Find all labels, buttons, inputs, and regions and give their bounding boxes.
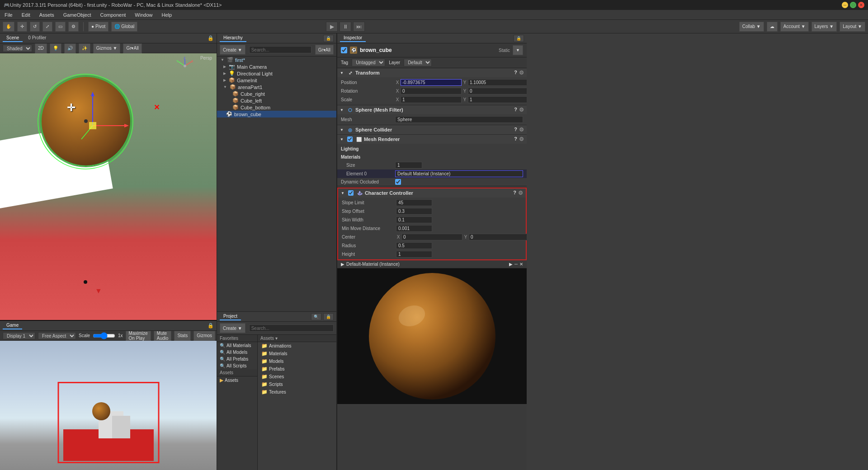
menu-edit[interactable]: Edit xyxy=(20,11,32,19)
position-x-input[interactable] xyxy=(401,79,462,86)
lights-btn[interactable]: 💡 xyxy=(50,43,61,53)
scene-lock-icon[interactable]: 🔒 xyxy=(208,35,214,41)
audio-btn[interactable]: 🔊 xyxy=(64,43,76,53)
proj-folder-scenes[interactable]: 📁 Scenes xyxy=(258,373,336,381)
game-lock-icon[interactable]: 🔒 xyxy=(208,323,214,329)
menu-component[interactable]: Component xyxy=(98,11,127,19)
display-dropdown[interactable]: Display 1 xyxy=(3,332,35,339)
menu-assets[interactable]: Assets xyxy=(38,11,56,19)
object-active-checkbox[interactable] xyxy=(341,47,347,53)
stats-btn[interactable]: Stats xyxy=(174,331,191,341)
hier-item-main-camera[interactable]: ▶ 📷 Main Camera xyxy=(217,63,336,70)
tab-game[interactable]: Game xyxy=(3,322,22,329)
scale-slider[interactable] xyxy=(93,332,115,339)
scale-x-input[interactable] xyxy=(401,96,462,103)
menu-window[interactable]: Window xyxy=(133,11,154,19)
scale-y-input[interactable] xyxy=(468,96,527,103)
mesh-value[interactable]: Sphere xyxy=(395,116,523,123)
tag-dropdown[interactable]: Untagged xyxy=(352,59,385,66)
tab-project[interactable]: Project xyxy=(220,313,241,320)
tab-scene[interactable]: Scene xyxy=(3,34,23,42)
transform-help-icon[interactable]: ? xyxy=(514,70,517,76)
cc-header[interactable]: ▼ 🕹 Character Controller ? ⚙ xyxy=(338,188,526,197)
mesh-renderer-checkbox[interactable] xyxy=(347,136,353,142)
hier-item-gameinit[interactable]: ▶ 📦 GameInit xyxy=(217,77,336,84)
proj-search-btn[interactable]: 🔍 xyxy=(311,313,321,320)
material-preview-expand[interactable]: ▶ xyxy=(341,262,344,267)
cloud-btn[interactable]: ☁ xyxy=(767,22,778,32)
center-y-input[interactable] xyxy=(469,234,527,240)
mf-gear-icon[interactable]: ⚙ xyxy=(519,107,524,113)
proj-folder-textures[interactable]: 📁 Textures xyxy=(258,388,336,396)
mf-help-icon[interactable]: ? xyxy=(514,107,517,113)
cc-gear-icon[interactable]: ⚙ xyxy=(518,190,523,196)
layers-btn[interactable]: Layers ▼ xyxy=(811,22,837,32)
proj-create-btn[interactable]: Create ▼ xyxy=(220,323,245,333)
material-preview-close-icon[interactable]: ✕ xyxy=(519,262,523,267)
gr-all-btn[interactable]: Gr▾All xyxy=(123,43,142,53)
global-btn[interactable]: 🌐 Global xyxy=(111,22,137,32)
min-move-distance-input[interactable] xyxy=(396,225,432,232)
cc-checkbox[interactable] xyxy=(348,190,354,196)
pivot-btn[interactable]: ● Pivot xyxy=(88,22,108,32)
gizmos-btn[interactable]: Gizmos ▼ xyxy=(93,43,121,53)
proj-folder-models[interactable]: 📁 Models xyxy=(258,357,336,365)
project-lock-btn[interactable]: 🔒 xyxy=(323,313,334,320)
hier-item-dir-light[interactable]: ▶ 💡 Directional Light xyxy=(217,70,336,77)
mr-help-icon[interactable]: ? xyxy=(514,136,517,142)
rotate-tool-btn[interactable]: ↺ xyxy=(30,22,40,32)
project-search[interactable] xyxy=(249,324,334,332)
pause-btn[interactable]: ⏸ xyxy=(340,22,351,32)
menu-file[interactable]: File xyxy=(3,11,14,19)
cc-help-icon[interactable]: ? xyxy=(513,190,516,196)
step-offset-input[interactable] xyxy=(396,208,432,215)
proj-assets-root[interactable]: ▶ Assets xyxy=(217,376,257,384)
sc-help-icon[interactable]: ? xyxy=(514,127,517,133)
mesh-renderer-header[interactable]: ▼ ⬜ Mesh Renderer ? ⚙ xyxy=(337,135,527,144)
proj-all-prefabs[interactable]: 🔍 All Prefabs xyxy=(217,356,257,362)
layout-btn[interactable]: Layout ▼ xyxy=(840,22,865,32)
transform-gear-icon[interactable]: ⚙ xyxy=(519,70,524,76)
proj-all-materials[interactable]: 🔍 All Materials xyxy=(217,342,257,349)
rect-tool-btn[interactable]: ▭ xyxy=(55,22,66,32)
hierarchy-search[interactable] xyxy=(249,46,311,53)
sc-gear-icon[interactable]: ⚙ xyxy=(519,127,524,133)
hier-item-cube-right[interactable]: 📦 Cube_right xyxy=(217,90,336,97)
mute-btn[interactable]: Mute Audio xyxy=(154,331,172,341)
slope-limit-input[interactable] xyxy=(396,199,432,206)
mesh-filter-header[interactable]: ▼ ⬡ Sphere (Mesh Filter) ? ⚙ xyxy=(337,105,527,114)
hier-item-arena[interactable]: ▼ 📦 arenaPart1 xyxy=(217,84,336,90)
proj-folder-prefabs[interactable]: 📁 Prefabs xyxy=(258,365,336,373)
radius-input[interactable] xyxy=(396,242,432,249)
sphere-collider-header[interactable]: ▼ ◎ Sphere Collider ? ⚙ xyxy=(337,125,527,134)
proj-folder-animations[interactable]: 📁 Animations xyxy=(258,342,336,350)
scene-sphere[interactable] xyxy=(41,76,131,166)
element0-value[interactable]: Default Material (Instance) xyxy=(395,170,523,177)
scale-tool-btn[interactable]: ⤢ xyxy=(42,22,52,32)
mr-gear-icon[interactable]: ⚙ xyxy=(519,136,524,142)
height-input[interactable] xyxy=(396,251,432,258)
transform-header[interactable]: ▼ ⤢ Transform ? ⚙ xyxy=(337,68,527,77)
static-dropdown-btn[interactable]: ▼ xyxy=(513,45,523,55)
hier-item-cube-bottom[interactable]: 📦 Cube_bottom xyxy=(217,104,336,111)
tab-profiler[interactable]: 0 Profiler xyxy=(24,34,50,42)
close-btn[interactable]: ✕ xyxy=(858,2,864,8)
hierarchy-lock-btn[interactable]: 🔒 xyxy=(323,35,334,42)
2d-btn[interactable]: 2D xyxy=(35,43,47,53)
proj-folder-materials[interactable]: 📁 Materials xyxy=(258,350,336,357)
size-input[interactable] xyxy=(395,162,422,169)
proj-folder-scripts[interactable]: 📁 Scripts xyxy=(258,381,336,388)
center-x-input[interactable] xyxy=(401,234,462,240)
rotation-x-input[interactable] xyxy=(401,88,462,94)
aspect-dropdown[interactable]: Free Aspect xyxy=(38,332,76,339)
scene-viewport[interactable]: ✛ ✕ ▼ Persp X xyxy=(0,53,217,320)
game-gizmos-btn[interactable]: Gizmos xyxy=(193,331,215,341)
hier-item-brown-cube[interactable]: ⚽ brown_cube xyxy=(217,111,336,118)
proj-all-scripts[interactable]: 🔍 All Scripts xyxy=(217,362,257,369)
tab-inspector[interactable]: Inspector xyxy=(340,34,366,42)
fx-btn[interactable]: ✨ xyxy=(79,43,90,53)
menu-help[interactable]: Help xyxy=(160,11,174,19)
hier-item-cube-left[interactable]: 📦 Cube_left xyxy=(217,97,336,104)
rotation-y-input[interactable] xyxy=(468,88,527,94)
material-preview-min-icon[interactable]: ─ xyxy=(514,262,518,267)
